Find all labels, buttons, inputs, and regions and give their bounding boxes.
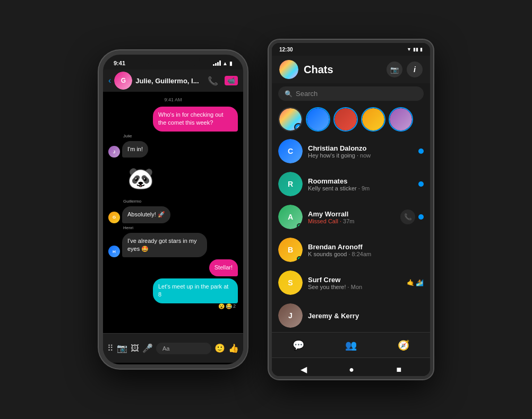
android-bottom-tabs: 💬 👥 🧭 bbox=[272, 332, 430, 357]
android-search-bar[interactable]: 🔍 Search bbox=[278, 86, 424, 101]
unread-indicator-amy bbox=[418, 214, 424, 220]
chat-meta-amy: 📞 bbox=[400, 210, 424, 224]
tab-people[interactable]: 👥 bbox=[345, 339, 357, 351]
reaction-emojis-surfcrew: 🤙 🏄 bbox=[407, 279, 424, 286]
reaction-surf: 🏄 bbox=[416, 279, 424, 286]
android-time: 12:30 bbox=[279, 47, 293, 53]
reaction-emoji-1: 😮 bbox=[218, 303, 225, 309]
thumbsup-icon[interactable]: 👍 bbox=[228, 343, 239, 353]
story-avatar-2 bbox=[334, 108, 357, 130]
nav-back-button[interactable]: ◀ bbox=[301, 364, 307, 374]
signal-bar-4 bbox=[219, 60, 221, 66]
story-avatar-4 bbox=[390, 108, 412, 130]
online-indicator-amy bbox=[297, 223, 302, 229]
user-avatar-header bbox=[279, 60, 298, 79]
message-bubble-6: Stellar! bbox=[209, 259, 238, 276]
mic-icon[interactable]: 🎤 bbox=[142, 343, 153, 353]
nav-recents-button[interactable]: ■ bbox=[397, 365, 402, 374]
video-call-button[interactable]: 📹 bbox=[225, 76, 238, 85]
camera-header-icon: 📷 bbox=[390, 66, 399, 74]
reaction-count: 2 bbox=[233, 303, 236, 309]
add-story-icon: + bbox=[294, 123, 303, 132]
iphone-home-indicator bbox=[103, 363, 243, 369]
chat-meta-surfcrew: 🤙 🏄 bbox=[407, 279, 424, 286]
tab-discover[interactable]: 🧭 bbox=[398, 339, 409, 351]
chat-item-roommates[interactable]: R Roommates Kelly sent a sticker · 9m bbox=[272, 168, 430, 200]
story-avatar-3 bbox=[362, 108, 384, 130]
chat-preview-brendan: K sounds good · 8:24am bbox=[308, 251, 424, 257]
avatar-surfcrew: S bbox=[278, 270, 303, 295]
chat-meta-christian bbox=[418, 149, 424, 154]
wifi-icon: ▲ bbox=[222, 60, 228, 66]
emoji-icon[interactable]: 🙂 bbox=[214, 343, 225, 353]
chat-name-amy: Amy Worrall bbox=[308, 210, 395, 218]
avatar-amy: A bbox=[278, 205, 303, 229]
message-input[interactable]: Aa bbox=[156, 343, 211, 354]
message-row-4: G Absolutely! 🚀 bbox=[108, 206, 238, 223]
iphone-time: 9:41 bbox=[114, 60, 125, 66]
message-row-2: J I'm in! bbox=[108, 141, 238, 158]
story-add-button[interactable]: + bbox=[278, 107, 303, 132]
unread-indicator-roommates bbox=[418, 181, 424, 187]
nav-home-button[interactable]: ● bbox=[349, 365, 354, 374]
iphone-device: 9:41 ▲ ▮ ‹ G Julie, Guillermo, I... 📞 bbox=[99, 50, 247, 369]
info-header-button[interactable]: i bbox=[407, 62, 423, 77]
input-placeholder: Aa bbox=[162, 345, 169, 352]
story-1[interactable] bbox=[306, 107, 330, 132]
signal-bar-1 bbox=[213, 64, 214, 66]
android-device: 12:30 ▼ ▮▮ ▮ Chats 📷 i � bbox=[269, 40, 433, 379]
android-status-bar: 12:30 ▼ ▮▮ ▮ bbox=[272, 43, 430, 56]
iphone-notch bbox=[147, 55, 200, 66]
chat-item-brendan[interactable]: B Brendan Aronoff K sounds good · 8:24am bbox=[272, 233, 430, 266]
avatar-jeremy-circle: J bbox=[278, 303, 303, 328]
android-battery-icon: ▮ bbox=[420, 47, 423, 52]
avatar-roommates: R bbox=[278, 172, 303, 196]
reaction-wave: 🤙 bbox=[407, 279, 415, 286]
camera-icon[interactable]: 📷 bbox=[117, 343, 127, 353]
sender-name-julie: Julie bbox=[123, 134, 238, 138]
story-2[interactable] bbox=[333, 107, 358, 132]
reactions-row: 😮 😂 2 bbox=[108, 303, 236, 309]
signal-bars-icon bbox=[213, 60, 221, 66]
call-back-icon-amy[interactable]: 📞 bbox=[400, 210, 415, 224]
info-header-icon: i bbox=[414, 65, 416, 74]
chat-name-brendan: Brendan Aronoff bbox=[308, 243, 424, 251]
avatar-christian: C bbox=[278, 139, 303, 163]
photo-icon[interactable]: 🖼 bbox=[131, 344, 139, 353]
avatar-surfcrew-circle: S bbox=[278, 270, 303, 295]
reaction-emoji-2: 😂 bbox=[226, 303, 232, 309]
scene: 9:41 ▲ ▮ ‹ G Julie, Guillermo, I... 📞 bbox=[0, 0, 532, 419]
chat-preview-roommates: Kelly sent a sticker · 9m bbox=[308, 185, 413, 191]
back-button[interactable]: ‹ bbox=[108, 76, 111, 85]
voice-call-button[interactable]: 📞 bbox=[208, 76, 218, 86]
tab-chats[interactable]: 💬 bbox=[293, 339, 304, 351]
message-bubble-4: Absolutely! 🚀 bbox=[122, 206, 170, 223]
chat-info-roommates: Roommates Kelly sent a sticker · 9m bbox=[308, 177, 413, 191]
chat-item-christian[interactable]: C Christian Dalonzo Hey how's it going ·… bbox=[272, 135, 430, 168]
story-avatar-1 bbox=[307, 108, 329, 130]
android-status-icons: ▼ ▮▮ ▮ bbox=[407, 47, 423, 52]
chat-info-surfcrew: Surf Crew See you there! · Mon bbox=[308, 276, 401, 290]
iphone-toolbar: ⠿ 📷 🖼 🎤 Aa 🙂 👍 bbox=[103, 333, 243, 363]
avatar-christian-circle: C bbox=[278, 139, 303, 163]
chat-item-jeremy[interactable]: J Jeremy & Kerry bbox=[272, 299, 430, 332]
camera-header-button[interactable]: 📷 bbox=[387, 62, 402, 77]
header-actions: 📞 📹 bbox=[208, 76, 238, 86]
message-row-1: Who's in for checking out the comet this… bbox=[108, 107, 238, 132]
chat-item-amy[interactable]: A Amy Worrall Missed Call · 37m 📞 bbox=[272, 200, 430, 233]
message-row-3: 🐼 bbox=[108, 160, 238, 197]
chat-item-surfcrew[interactable]: S Surf Crew See you there! · Mon 🤙 🏄 bbox=[272, 266, 430, 299]
chat-preview-christian: Hey how's it going · now bbox=[308, 152, 413, 159]
message-row-5: H I've already got stars in my eyes 🤩 bbox=[108, 233, 238, 258]
avatar-henri: H bbox=[108, 246, 120, 257]
signal-bar-2 bbox=[215, 63, 217, 66]
group-avatar-circle: G bbox=[114, 72, 132, 90]
iphone-chat-header: ‹ G Julie, Guillermo, I... 📞 📹 bbox=[103, 69, 243, 92]
apps-icon[interactable]: ⠿ bbox=[107, 343, 114, 353]
chat-preview-surfcrew: See you there! · Mon bbox=[308, 284, 401, 290]
story-4[interactable] bbox=[389, 107, 413, 132]
story-3[interactable] bbox=[361, 107, 385, 132]
android-header-title: Chats bbox=[304, 64, 381, 76]
search-icon: 🔍 bbox=[285, 90, 293, 98]
chat-name-jeremy: Jeremy & Kerry bbox=[308, 312, 424, 320]
